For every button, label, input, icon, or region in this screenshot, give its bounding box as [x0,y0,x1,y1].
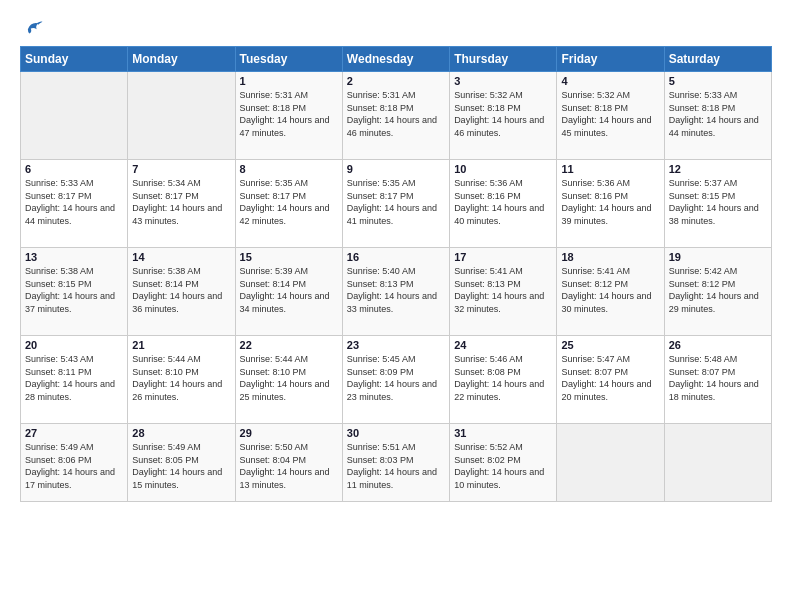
day-number: 20 [25,339,123,351]
day-info: Sunrise: 5:46 AM Sunset: 8:08 PM Dayligh… [454,353,552,403]
weekday-header-saturday: Saturday [664,47,771,72]
page: SundayMondayTuesdayWednesdayThursdayFrid… [0,0,792,612]
calendar-cell: 18Sunrise: 5:41 AM Sunset: 8:12 PM Dayli… [557,248,664,336]
day-number: 11 [561,163,659,175]
day-number: 25 [561,339,659,351]
calendar-cell: 9Sunrise: 5:35 AM Sunset: 8:17 PM Daylig… [342,160,449,248]
calendar-cell: 17Sunrise: 5:41 AM Sunset: 8:13 PM Dayli… [450,248,557,336]
day-number: 24 [454,339,552,351]
calendar-cell: 7Sunrise: 5:34 AM Sunset: 8:17 PM Daylig… [128,160,235,248]
calendar-cell: 15Sunrise: 5:39 AM Sunset: 8:14 PM Dayli… [235,248,342,336]
day-number: 30 [347,427,445,439]
day-number: 21 [132,339,230,351]
day-info: Sunrise: 5:38 AM Sunset: 8:15 PM Dayligh… [25,265,123,315]
calendar-week-2: 6Sunrise: 5:33 AM Sunset: 8:17 PM Daylig… [21,160,772,248]
day-info: Sunrise: 5:35 AM Sunset: 8:17 PM Dayligh… [347,177,445,227]
day-info: Sunrise: 5:32 AM Sunset: 8:18 PM Dayligh… [561,89,659,139]
day-number: 2 [347,75,445,87]
calendar-cell: 23Sunrise: 5:45 AM Sunset: 8:09 PM Dayli… [342,336,449,424]
day-info: Sunrise: 5:33 AM Sunset: 8:17 PM Dayligh… [25,177,123,227]
day-info: Sunrise: 5:40 AM Sunset: 8:13 PM Dayligh… [347,265,445,315]
weekday-header-friday: Friday [557,47,664,72]
calendar-cell: 12Sunrise: 5:37 AM Sunset: 8:15 PM Dayli… [664,160,771,248]
calendar-week-1: 1Sunrise: 5:31 AM Sunset: 8:18 PM Daylig… [21,72,772,160]
day-info: Sunrise: 5:31 AM Sunset: 8:18 PM Dayligh… [240,89,338,139]
calendar-cell: 5Sunrise: 5:33 AM Sunset: 8:18 PM Daylig… [664,72,771,160]
day-number: 7 [132,163,230,175]
day-number: 13 [25,251,123,263]
weekday-header-row: SundayMondayTuesdayWednesdayThursdayFrid… [21,47,772,72]
day-number: 23 [347,339,445,351]
day-info: Sunrise: 5:38 AM Sunset: 8:14 PM Dayligh… [132,265,230,315]
day-number: 3 [454,75,552,87]
day-number: 15 [240,251,338,263]
calendar-cell: 28Sunrise: 5:49 AM Sunset: 8:05 PM Dayli… [128,424,235,502]
day-info: Sunrise: 5:36 AM Sunset: 8:16 PM Dayligh… [561,177,659,227]
day-number: 9 [347,163,445,175]
day-number: 14 [132,251,230,263]
day-number: 4 [561,75,659,87]
day-info: Sunrise: 5:33 AM Sunset: 8:18 PM Dayligh… [669,89,767,139]
header [20,16,772,38]
day-number: 12 [669,163,767,175]
day-info: Sunrise: 5:39 AM Sunset: 8:14 PM Dayligh… [240,265,338,315]
weekday-header-monday: Monday [128,47,235,72]
weekday-header-sunday: Sunday [21,47,128,72]
calendar-cell [664,424,771,502]
calendar-cell: 2Sunrise: 5:31 AM Sunset: 8:18 PM Daylig… [342,72,449,160]
calendar-cell [557,424,664,502]
calendar-cell [128,72,235,160]
day-info: Sunrise: 5:44 AM Sunset: 8:10 PM Dayligh… [132,353,230,403]
calendar-cell: 24Sunrise: 5:46 AM Sunset: 8:08 PM Dayli… [450,336,557,424]
day-info: Sunrise: 5:32 AM Sunset: 8:18 PM Dayligh… [454,89,552,139]
calendar-cell: 10Sunrise: 5:36 AM Sunset: 8:16 PM Dayli… [450,160,557,248]
day-number: 10 [454,163,552,175]
calendar-cell: 8Sunrise: 5:35 AM Sunset: 8:17 PM Daylig… [235,160,342,248]
day-number: 6 [25,163,123,175]
weekday-header-thursday: Thursday [450,47,557,72]
day-info: Sunrise: 5:44 AM Sunset: 8:10 PM Dayligh… [240,353,338,403]
calendar-cell: 22Sunrise: 5:44 AM Sunset: 8:10 PM Dayli… [235,336,342,424]
weekday-header-tuesday: Tuesday [235,47,342,72]
weekday-header-wednesday: Wednesday [342,47,449,72]
logo [20,16,48,38]
day-number: 22 [240,339,338,351]
day-number: 16 [347,251,445,263]
day-number: 1 [240,75,338,87]
day-info: Sunrise: 5:41 AM Sunset: 8:13 PM Dayligh… [454,265,552,315]
day-info: Sunrise: 5:37 AM Sunset: 8:15 PM Dayligh… [669,177,767,227]
calendar-cell: 6Sunrise: 5:33 AM Sunset: 8:17 PM Daylig… [21,160,128,248]
calendar-cell: 4Sunrise: 5:32 AM Sunset: 8:18 PM Daylig… [557,72,664,160]
day-number: 28 [132,427,230,439]
calendar-cell: 16Sunrise: 5:40 AM Sunset: 8:13 PM Dayli… [342,248,449,336]
day-info: Sunrise: 5:48 AM Sunset: 8:07 PM Dayligh… [669,353,767,403]
calendar-cell: 20Sunrise: 5:43 AM Sunset: 8:11 PM Dayli… [21,336,128,424]
calendar-cell: 3Sunrise: 5:32 AM Sunset: 8:18 PM Daylig… [450,72,557,160]
bird-icon [22,16,44,38]
day-info: Sunrise: 5:36 AM Sunset: 8:16 PM Dayligh… [454,177,552,227]
calendar-week-3: 13Sunrise: 5:38 AM Sunset: 8:15 PM Dayli… [21,248,772,336]
day-info: Sunrise: 5:45 AM Sunset: 8:09 PM Dayligh… [347,353,445,403]
calendar-cell: 21Sunrise: 5:44 AM Sunset: 8:10 PM Dayli… [128,336,235,424]
day-number: 27 [25,427,123,439]
calendar-cell: 26Sunrise: 5:48 AM Sunset: 8:07 PM Dayli… [664,336,771,424]
calendar-cell: 25Sunrise: 5:47 AM Sunset: 8:07 PM Dayli… [557,336,664,424]
day-info: Sunrise: 5:49 AM Sunset: 8:05 PM Dayligh… [132,441,230,491]
calendar-cell: 27Sunrise: 5:49 AM Sunset: 8:06 PM Dayli… [21,424,128,502]
day-number: 18 [561,251,659,263]
calendar-cell: 11Sunrise: 5:36 AM Sunset: 8:16 PM Dayli… [557,160,664,248]
day-number: 31 [454,427,552,439]
calendar-cell: 19Sunrise: 5:42 AM Sunset: 8:12 PM Dayli… [664,248,771,336]
day-info: Sunrise: 5:35 AM Sunset: 8:17 PM Dayligh… [240,177,338,227]
day-info: Sunrise: 5:50 AM Sunset: 8:04 PM Dayligh… [240,441,338,491]
calendar-week-4: 20Sunrise: 5:43 AM Sunset: 8:11 PM Dayli… [21,336,772,424]
calendar-cell: 1Sunrise: 5:31 AM Sunset: 8:18 PM Daylig… [235,72,342,160]
day-info: Sunrise: 5:34 AM Sunset: 8:17 PM Dayligh… [132,177,230,227]
calendar-cell: 13Sunrise: 5:38 AM Sunset: 8:15 PM Dayli… [21,248,128,336]
day-info: Sunrise: 5:41 AM Sunset: 8:12 PM Dayligh… [561,265,659,315]
calendar-week-5: 27Sunrise: 5:49 AM Sunset: 8:06 PM Dayli… [21,424,772,502]
calendar-table: SundayMondayTuesdayWednesdayThursdayFrid… [20,46,772,502]
day-number: 8 [240,163,338,175]
day-number: 19 [669,251,767,263]
calendar-cell: 14Sunrise: 5:38 AM Sunset: 8:14 PM Dayli… [128,248,235,336]
